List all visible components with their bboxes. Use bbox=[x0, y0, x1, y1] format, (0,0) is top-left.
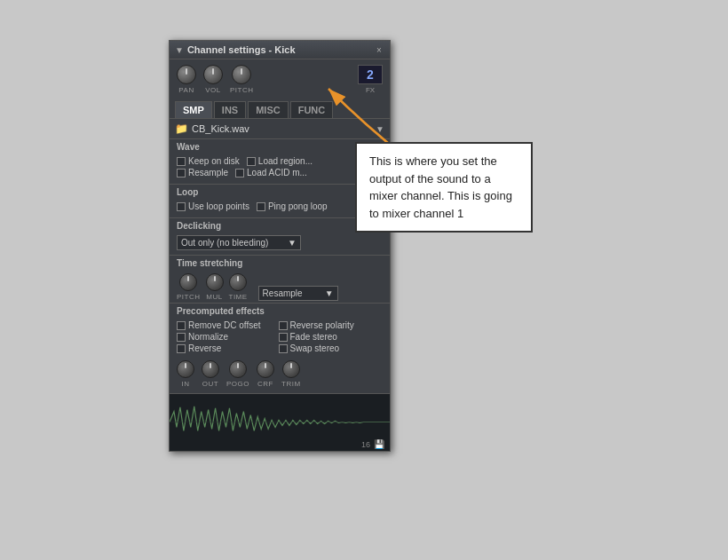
declicking-arrow-icon: ▼ bbox=[288, 238, 297, 248]
reverse-label: Reverse bbox=[188, 343, 221, 353]
ping-pong-label: Ping pong loop bbox=[268, 201, 328, 211]
in-knob-group: IN bbox=[177, 360, 194, 388]
normalize-checkbox[interactable] bbox=[177, 333, 186, 342]
collapse-arrow-icon[interactable]: ▼ bbox=[175, 45, 184, 55]
waveform-number: 16 bbox=[361, 440, 370, 449]
tab-ins[interactable]: INS bbox=[214, 101, 246, 118]
declicking-value: Out only (no bleeding) bbox=[181, 238, 268, 248]
pogo-knob-group: POGO bbox=[226, 360, 249, 388]
wave-row-2: Resample Load ACID m... bbox=[177, 168, 383, 177]
trim-label: TRIM bbox=[281, 380, 301, 388]
ts-pitch-label: PITCH bbox=[177, 293, 201, 301]
reverse-checkbox[interactable] bbox=[177, 344, 186, 353]
swap-stereo-label: Swap stereo bbox=[290, 343, 340, 353]
waveform-section: 16 💾 bbox=[170, 393, 390, 451]
pitch-label: PITCH bbox=[230, 86, 254, 94]
waveform-footer: 16 💾 bbox=[361, 439, 384, 449]
fade-stereo-item: Fade stereo bbox=[279, 332, 354, 342]
ping-pong-item: Ping pong loop bbox=[257, 201, 328, 211]
tab-misc[interactable]: MISC bbox=[248, 101, 289, 118]
pitch-knob-group: PITCH bbox=[230, 65, 254, 94]
load-acid-checkbox[interactable] bbox=[235, 169, 244, 177]
use-loop-points-checkbox[interactable] bbox=[177, 202, 186, 211]
out-knob[interactable] bbox=[202, 360, 219, 378]
bottom-knobs-row: IN OUT POGO CRF TRIM bbox=[170, 357, 390, 393]
file-dropdown-arrow-icon[interactable]: ▼ bbox=[376, 124, 384, 134]
use-loop-points-label: Use loop points bbox=[188, 201, 249, 211]
load-acid-item: Load ACID m... bbox=[235, 168, 307, 177]
declicking-dropdown[interactable]: Out only (no bleeding) ▼ bbox=[177, 235, 301, 250]
loop-row-1: Use loop points Ping pong loop bbox=[177, 201, 383, 211]
resample-checkbox[interactable] bbox=[177, 169, 186, 177]
waveform-save-icon[interactable]: 💾 bbox=[374, 439, 384, 449]
window-title: Channel settings - Kick bbox=[187, 44, 296, 55]
ts-mode-value: Resample bbox=[263, 288, 303, 298]
load-acid-label: Load ACID m... bbox=[247, 168, 307, 177]
vol-knob-group: VOL bbox=[203, 65, 223, 94]
swap-stereo-item: Swap stereo bbox=[279, 343, 354, 353]
vol-knob[interactable] bbox=[203, 65, 223, 84]
ts-mul-group: MUL bbox=[206, 273, 224, 301]
tooltip-box: This is where you set the output of the … bbox=[355, 142, 533, 233]
ts-pitch-knob[interactable] bbox=[179, 273, 197, 291]
pitch-knob[interactable] bbox=[232, 65, 251, 84]
fx-channel-display[interactable]: 2 bbox=[358, 65, 383, 84]
time-stretching-section: Time stretching PITCH MUL TIME Resample … bbox=[170, 255, 390, 303]
in-label: IN bbox=[182, 380, 190, 388]
keep-on-disk-checkbox[interactable] bbox=[177, 157, 186, 166]
fade-stereo-label: Fade stereo bbox=[290, 332, 337, 342]
remove-dc-checkbox[interactable] bbox=[177, 321, 186, 330]
tab-smp[interactable]: SMP bbox=[175, 101, 212, 118]
trim-knob[interactable] bbox=[282, 360, 300, 378]
crf-knob-group: CRF bbox=[257, 360, 274, 388]
load-region-checkbox[interactable] bbox=[247, 157, 256, 166]
folder-icon[interactable]: 📁 bbox=[175, 122, 188, 135]
keep-on-disk-item: Keep on disk bbox=[177, 156, 240, 166]
reverse-polarity-label: Reverse polarity bbox=[290, 320, 354, 330]
in-knob[interactable] bbox=[177, 360, 194, 378]
pan-knob-group: PAN bbox=[177, 65, 196, 94]
ts-pitch-group: PITCH bbox=[177, 273, 201, 301]
knob-row: PAN VOL PITCH 2 FX bbox=[170, 59, 390, 98]
precomputed-right-col: Reverse polarity Fade stereo Swap stereo bbox=[279, 320, 354, 353]
reverse-item: Reverse bbox=[177, 343, 261, 353]
file-name: CB_Kick.wav bbox=[192, 123, 372, 134]
crf-label: CRF bbox=[257, 380, 273, 388]
close-button[interactable]: × bbox=[374, 44, 384, 55]
reverse-polarity-checkbox[interactable] bbox=[279, 321, 288, 330]
pan-knob[interactable] bbox=[177, 65, 196, 84]
tooltip-text: This is where you set the output of the … bbox=[369, 154, 512, 220]
ts-time-group: TIME bbox=[229, 273, 248, 301]
use-loop-points-item: Use loop points bbox=[177, 201, 249, 211]
pogo-knob[interactable] bbox=[229, 360, 247, 378]
channel-window: ▼ Channel settings - Kick × PAN VOL PITC… bbox=[169, 40, 391, 452]
out-knob-group: OUT bbox=[202, 360, 219, 388]
time-stretching-header: Time stretching bbox=[170, 256, 390, 270]
title-bar-left: ▼ Channel settings - Kick bbox=[175, 44, 296, 55]
remove-dc-item: Remove DC offset bbox=[177, 320, 261, 330]
waveform-display bbox=[170, 394, 390, 451]
swap-stereo-checkbox[interactable] bbox=[279, 344, 288, 353]
ts-mul-knob[interactable] bbox=[206, 273, 224, 291]
load-region-label: Load region... bbox=[258, 156, 313, 166]
file-row: 📁 CB_Kick.wav ▼ bbox=[170, 118, 390, 138]
load-region-item: Load region... bbox=[247, 156, 313, 166]
fade-stereo-checkbox[interactable] bbox=[279, 333, 288, 342]
precomputed-effects-section: Precomputed effects Remove DC offset Nor… bbox=[170, 303, 390, 393]
tab-func[interactable]: FUNC bbox=[290, 101, 334, 118]
out-label: OUT bbox=[202, 380, 218, 388]
ts-mode-dropdown[interactable]: Resample ▼ bbox=[258, 286, 338, 301]
ts-time-knob[interactable] bbox=[229, 273, 247, 291]
trim-knob-group: TRIM bbox=[281, 360, 301, 388]
normalize-item: Normalize bbox=[177, 332, 261, 342]
resample-item: Resample bbox=[177, 168, 228, 177]
ts-mul-label: MUL bbox=[206, 293, 222, 301]
vol-label: VOL bbox=[205, 86, 221, 94]
tabs-bar: SMP INS MISC FUNC bbox=[170, 98, 390, 118]
declicking-dropdown-row: Out only (no bleeding) ▼ bbox=[170, 233, 390, 255]
ping-pong-checkbox[interactable] bbox=[257, 202, 265, 211]
pogo-label: POGO bbox=[226, 380, 249, 388]
ts-time-label: TIME bbox=[229, 293, 248, 301]
precomputed-left-col: Remove DC offset Normalize Reverse bbox=[177, 320, 261, 353]
crf-knob[interactable] bbox=[257, 360, 274, 378]
